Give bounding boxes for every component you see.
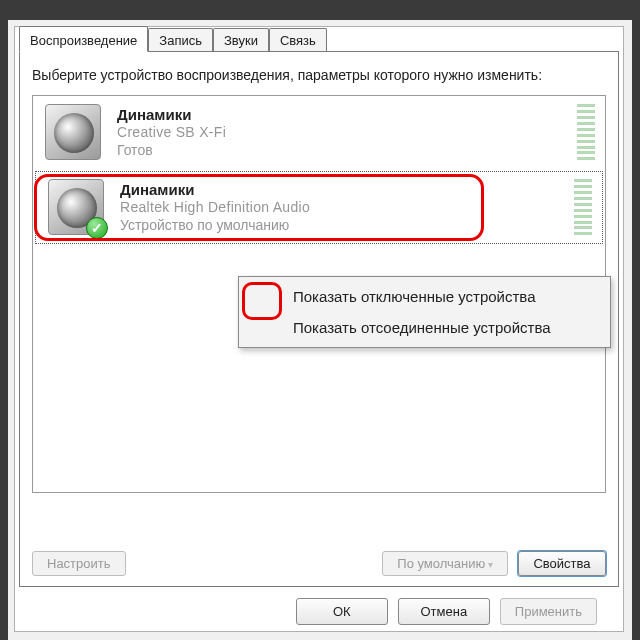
annotation-highlight <box>242 282 282 320</box>
cancel-button[interactable]: Отмена <box>398 598 490 625</box>
default-check-icon: ✓ <box>86 217 108 239</box>
tab-page-playback: Выберите устройство воспроизведения, пар… <box>19 51 619 587</box>
set-default-button: По умолчанию <box>382 551 508 576</box>
device-list[interactable]: Динамики Creative SB X-Fi Готов ✓ Динами <box>32 95 606 493</box>
context-menu-icon-gutter <box>242 280 282 344</box>
speaker-icon <box>45 104 101 160</box>
level-meter-icon <box>577 104 595 160</box>
ok-button[interactable]: ОК <box>296 598 388 625</box>
device-title: Динамики <box>120 181 568 200</box>
menu-show-disabled[interactable]: Показать отключенные устройства <box>241 281 608 312</box>
tab-strip: Воспроизведение Запись Звуки Связь <box>19 26 327 52</box>
instruction-text: Выберите устройство воспроизведения, пар… <box>32 66 606 85</box>
level-meter-icon <box>574 179 592 235</box>
device-info: Динамики Creative SB X-Fi Готов <box>117 106 571 160</box>
properties-button[interactable]: Свойства <box>518 551 606 576</box>
speaker-icon: ✓ <box>48 179 104 235</box>
tab-playback[interactable]: Воспроизведение <box>19 26 148 52</box>
apply-button: Применить <box>500 598 597 625</box>
device-subtitle: Creative SB X-Fi <box>117 124 571 142</box>
device-status: Готов <box>117 142 571 160</box>
device-row[interactable]: ✓ Динамики Realtek High Definition Audio… <box>35 171 603 244</box>
dialog-button-row: ОК Отмена Применить <box>33 591 605 631</box>
device-status: Устройство по умолчанию <box>120 217 568 235</box>
sound-dialog: Воспроизведение Запись Звуки Связь Выбер… <box>14 26 624 632</box>
device-info: Динамики Realtek High Definition Audio У… <box>120 181 568 235</box>
context-menu: Показать отключенные устройства Показать… <box>238 276 611 348</box>
menu-show-disconnected[interactable]: Показать отсоединенные устройства <box>241 312 608 343</box>
device-row[interactable]: Динамики Creative SB X-Fi Готов <box>33 96 605 169</box>
tab-button-row: Настроить По умолчанию Свойства <box>32 551 606 576</box>
configure-button: Настроить <box>32 551 126 576</box>
device-title: Динамики <box>117 106 571 125</box>
device-subtitle: Realtek High Definition Audio <box>120 199 568 217</box>
